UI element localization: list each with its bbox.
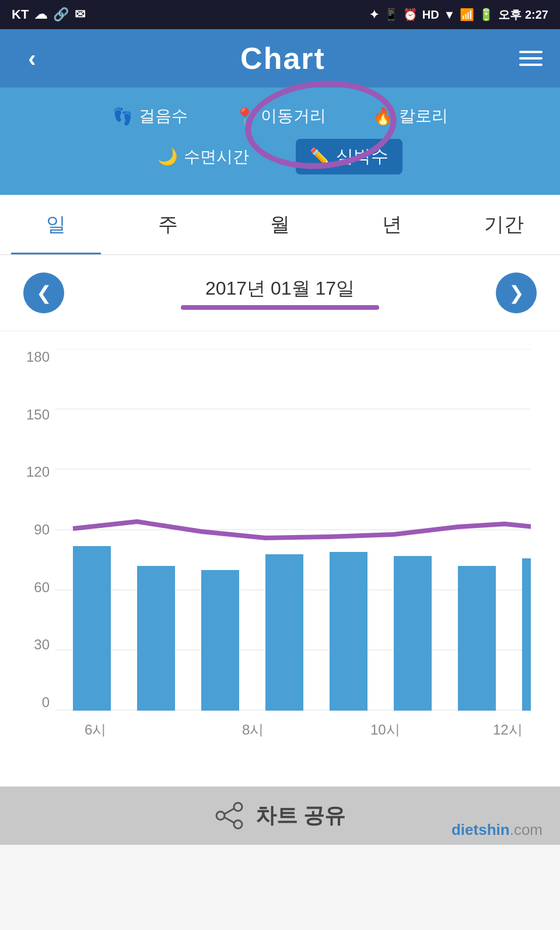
metric-tabs: 👣 걸음수 📍 이동거리 🔥 칼로리 🌙 수면시간 ✏️ 심박수 [0,88,560,195]
time-label: 오후 2:27 [498,7,548,23]
menu-button[interactable] [519,51,542,66]
menu-line-2 [519,57,542,60]
svg-point-10 [234,820,242,828]
x-label-6: 6시 [85,721,106,739]
sleep-icon: 🌙 [158,147,178,166]
link-icon: 🔗 [53,7,69,22]
status-bar: KT ☁ 🔗 ✉ ✦ 📱 ⏰ HD ▼ 📶 🔋 오후 2:27 [0,0,560,29]
metric-heartrate[interactable]: ✏️ 심박수 [296,139,402,174]
y-label-120: 120 [26,464,50,480]
date-display: 2017년 01월 17일 [181,276,379,302]
tab-day[interactable]: 일 [0,195,112,254]
bar-8 [522,558,531,711]
hd-icon: HD [422,8,439,22]
y-label-30: 30 [34,637,50,653]
y-label-90: 90 [34,522,50,538]
bar-4 [265,554,303,711]
share-label: 차트 공유 [256,802,345,830]
tab-month[interactable]: 월 [224,195,336,254]
calories-icon: 🔥 [373,107,393,126]
svg-point-8 [234,803,242,811]
status-right: ✦ 📱 ⏰ HD ▼ 📶 🔋 오후 2:27 [369,7,548,23]
y-label-150: 150 [26,407,50,423]
bar-5 [330,552,368,711]
heartrate-label: 심박수 [336,145,388,169]
bluetooth-icon: ✦ [369,8,379,22]
next-date-button[interactable]: ❯ [496,272,537,313]
prev-date-button[interactable]: ❮ [23,272,64,313]
chart-container: 180 150 120 90 60 30 0 [0,331,560,786]
alarm-icon: ⏰ [403,8,418,22]
back-button[interactable]: ‹ [18,46,47,72]
metric-row-1: 👣 걸음수 📍 이동거리 🔥 칼로리 [23,105,537,127]
mail-icon: ✉ [75,7,85,22]
bar-1 [73,546,111,711]
menu-line-1 [519,51,542,53]
brand-label: dietshin.com [452,821,542,839]
share-icon [215,801,244,830]
tab-period[interactable]: 기간 [448,195,560,254]
x-label-12: 12시 [493,721,523,739]
share-bar[interactable]: 차트 공유 dietshin.com [0,786,560,845]
status-left: KT ☁ 🔗 ✉ [12,7,85,22]
steps-label: 걸음수 [139,105,188,127]
y-label-0: 0 [42,694,50,711]
svg-point-9 [216,812,225,820]
date-nav: ❮ 2017년 01월 17일 ❯ [0,255,560,331]
chart-area: 180 150 120 90 60 30 0 [23,349,537,746]
svg-line-11 [225,809,234,814]
calories-label: 칼로리 [399,105,448,127]
bar-2 [137,566,175,711]
bar-7 [458,566,496,711]
y-axis: 180 150 120 90 60 30 0 [23,349,55,711]
x-label-8: 8시 [242,721,264,739]
metric-distance[interactable]: 📍 이동거리 [235,105,326,127]
top-nav: ‹ Chart [0,29,560,88]
metric-sleep[interactable]: 🌙 수면시간 [158,139,249,174]
distance-icon: 📍 [235,107,255,126]
x-label-10: 10시 [370,721,400,739]
y-label-60: 60 [34,579,50,596]
period-tabs: 일 주 월 년 기간 [0,195,560,255]
y-label-180: 180 [26,349,50,365]
svg-line-12 [225,817,234,823]
carrier-label: KT [12,7,29,22]
metric-calories[interactable]: 🔥 칼로리 [373,105,448,127]
distance-label: 이동거리 [261,105,326,127]
steps-icon: 👣 [113,107,133,126]
tab-year[interactable]: 년 [336,195,448,254]
tab-week[interactable]: 주 [112,195,224,254]
page-title: Chart [240,41,326,76]
bar-3 [201,570,239,711]
metric-steps[interactable]: 👣 걸음수 [113,105,188,127]
date-underline-decoration [181,305,379,310]
x-axis: 6시 8시 10시 12시 [55,714,531,746]
bar-6 [394,556,432,711]
chart-svg [55,349,531,711]
phone-icon: 📱 [384,8,398,22]
signal-icon: 📶 [460,8,474,22]
date-text-label: 2017년 01월 17일 [205,278,355,299]
battery-icon: 🔋 [479,8,494,22]
wifi-icon: ▼ [444,8,456,22]
metric-row-2: 🌙 수면시간 ✏️ 심박수 [23,139,537,174]
menu-line-3 [519,64,542,66]
sleep-label: 수면시간 [184,146,249,168]
cloud-icon: ☁ [34,7,47,22]
heartrate-icon: ✏️ [310,147,330,166]
